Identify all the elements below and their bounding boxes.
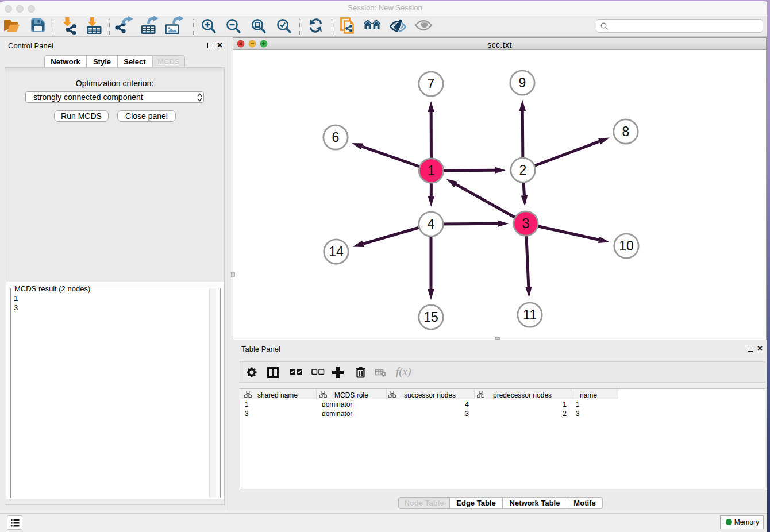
svg-text:7: 7 — [428, 76, 435, 91]
svg-text:6: 6 — [332, 130, 340, 145]
svg-text:f(x): f(x) — [396, 367, 411, 378]
svg-text:15: 15 — [424, 310, 438, 325]
svg-text:9: 9 — [519, 75, 526, 90]
svg-text:11: 11 — [523, 307, 537, 322]
svg-text:3: 3 — [522, 216, 530, 231]
svg-text:10: 10 — [619, 238, 634, 253]
svg-text:1: 1 — [428, 163, 435, 178]
svg-text:14: 14 — [329, 244, 344, 259]
svg-text:4: 4 — [428, 217, 435, 232]
svg-text:2: 2 — [519, 163, 527, 178]
svg-text:8: 8 — [622, 124, 630, 139]
